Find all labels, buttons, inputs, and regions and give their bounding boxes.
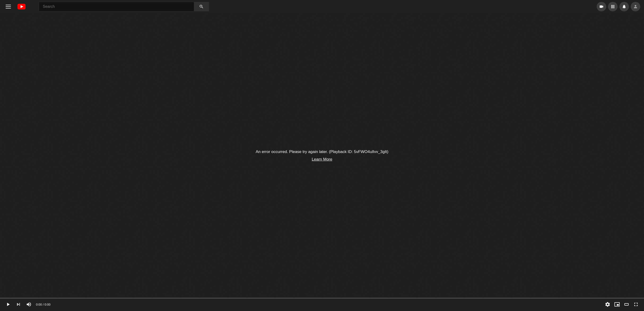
play-button[interactable]	[4, 300, 12, 309]
error-overlay: An error occurred. Please try again late…	[256, 149, 388, 162]
play-icon	[5, 302, 11, 307]
theater-mode-button[interactable]	[622, 300, 631, 309]
search-input[interactable]	[39, 2, 194, 11]
top-navigation	[0, 0, 644, 13]
error-message: An error occurred. Please try again late…	[256, 149, 388, 154]
next-button[interactable]	[14, 300, 23, 309]
next-icon	[16, 302, 21, 307]
video-camera-button[interactable]	[597, 2, 606, 11]
avatar-icon	[633, 4, 638, 9]
bell-button[interactable]	[620, 2, 629, 11]
learn-more-link[interactable]: Learn More	[312, 157, 332, 162]
volume-icon	[26, 302, 32, 307]
miniplayer-button[interactable]	[613, 300, 621, 309]
settings-button[interactable]	[603, 300, 612, 309]
theater-icon	[624, 302, 629, 307]
bell-icon	[622, 4, 626, 9]
settings-icon	[605, 302, 610, 307]
hamburger-menu-button[interactable]	[4, 3, 13, 10]
youtube-logo-icon	[18, 4, 26, 9]
fullscreen-button[interactable]	[632, 300, 640, 309]
avatar-button[interactable]	[631, 2, 640, 11]
apps-icon	[610, 4, 615, 9]
controls-right	[603, 300, 640, 309]
search-button[interactable]	[194, 2, 209, 11]
search-icon	[199, 4, 204, 9]
video-player[interactable]: An error occurred. Please try again late…	[0, 13, 644, 298]
miniplayer-icon	[614, 302, 620, 307]
volume-button[interactable]	[24, 300, 33, 309]
youtube-logo[interactable]	[18, 4, 26, 9]
nav-right-icons	[597, 2, 640, 11]
video-camera-icon	[599, 4, 604, 9]
player-controls-bar: 0:00 / 0:00	[0, 298, 644, 311]
progress-bar[interactable]	[0, 298, 644, 299]
apps-button[interactable]	[608, 2, 618, 11]
fullscreen-icon	[633, 302, 639, 307]
time-display: 0:00 / 0:00	[36, 303, 50, 306]
search-container	[39, 2, 209, 11]
